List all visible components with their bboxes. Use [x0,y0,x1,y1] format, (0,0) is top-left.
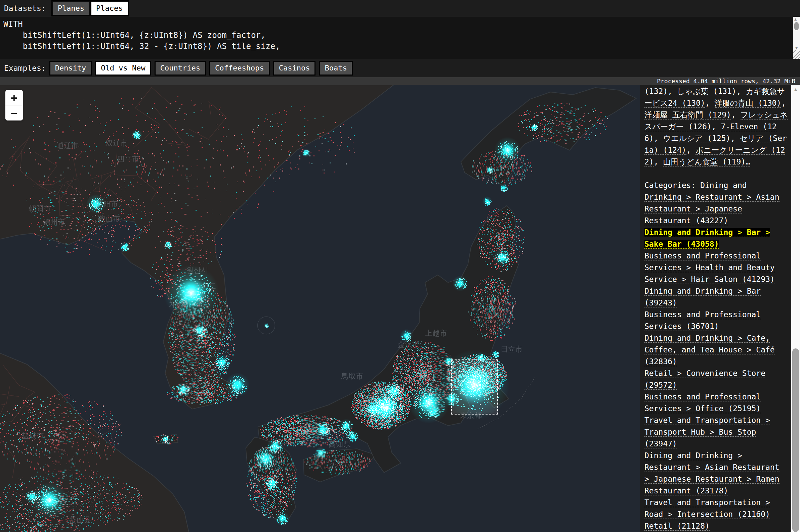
top-name-link[interactable]: 山田うどん食堂 (119)… [663,157,750,167]
categories-label: Categories: [644,181,700,190]
zoom-in-button[interactable]: + [5,90,23,105]
dataset-button-places[interactable]: Places [91,1,128,16]
example-button-density[interactable]: Density [49,61,92,76]
query-status-bar: Processed 4.04 million rows, 42.32 MiB [0,77,800,85]
scroll-down-icon[interactable]: ▼ [795,46,798,50]
map-canvas[interactable] [0,85,640,532]
category-link[interactable]: Dining and Drinking > Restaurant > Asian… [644,451,780,495]
category-link[interactable]: Retail > Convenience Store (29572) [644,369,765,390]
top-name-link[interactable]: しゃぶ葉 (131) [677,87,737,96]
sql-query-text[interactable]: WITH bitShiftLeft(1::UInt64, {z:UInt8}) … [0,17,800,52]
textarea-resize-handle[interactable] [793,50,800,59]
category-link[interactable]: Dining and Drinking > Bar (39243) [644,287,761,307]
example-button-casinos[interactable]: Casinos [273,61,316,76]
sql-scrollbar-thumb[interactable] [794,22,799,30]
category-link[interactable]: Business and Professional Services > Hea… [644,251,775,284]
top-name-link[interactable]: 洋服の青山 (130) [715,99,782,108]
categories-list: Categories: Dining and Drinking > Restau… [644,179,788,532]
example-button-old-vs-new[interactable]: Old vs New [95,61,151,76]
dataset-button-planes[interactable]: Planes [52,1,90,16]
examples-bar: Examples: DensityOld vs NewCountriesCoff… [0,59,800,77]
examples-label: Examples: [4,64,46,73]
example-button-coffeeshops[interactable]: Coffeeshops [209,61,270,76]
category-link[interactable]: Business and Professional Services (3670… [644,310,761,331]
map-selection-box[interactable] [451,360,498,415]
sidebar-scrollbar-thumb[interactable] [792,348,799,532]
top-name-link[interactable]: 洋麺屋 五右衛門 (129) [644,110,731,119]
top-names-list: (132), しゃぶ葉 (131), カギ救急サービス24 (130), 洋服の… [644,86,788,168]
results-sidebar: (132), しゃぶ葉 (131), カギ救急サービス24 (130), 洋服の… [640,85,791,532]
zoom-out-button[interactable]: − [5,106,23,120]
sql-editor-scrollbar[interactable]: ▲ ▼ [793,17,800,50]
category-link[interactable]: Travel and Transportation > Transport Hu… [644,416,770,449]
category-link[interactable]: Business and Professional Services > Off… [644,392,761,413]
scroll-up-icon[interactable]: ▲ [791,85,800,94]
category-link[interactable]: Retail (21128) [644,521,710,531]
datasets-label: Datasets: [4,4,46,13]
examples-button-group: DensityOld vs NewCountriesCoffeeshopsCas… [46,61,353,76]
sidebar-scrollbar[interactable]: ▲ [791,85,800,532]
map-area[interactable]: + − [0,85,640,532]
datasets-bar: Datasets: PlanesPlaces [0,0,800,17]
top-name-link[interactable]: ウエルシア (125) [663,134,730,143]
category-link-highlighted[interactable]: Dining and Drinking > Bar > Sake Bar (43… [644,228,770,249]
datasets-button-group: PlanesPlaces [51,0,129,16]
sql-editor[interactable]: WITH bitShiftLeft(1::UInt64, {z:UInt8}) … [0,17,800,59]
top-name-link[interactable]: (132) [644,87,668,96]
scroll-up-icon[interactable]: ▲ [794,17,799,21]
example-button-boats[interactable]: Boats [319,61,352,76]
map-zoom-control: + − [5,90,23,120]
example-button-countries[interactable]: Countries [154,61,206,76]
category-link[interactable]: Travel and Transportation > Road > Inter… [644,498,770,519]
category-link[interactable]: Dining and Drinking > Cafe, Coffee, and … [644,334,775,366]
